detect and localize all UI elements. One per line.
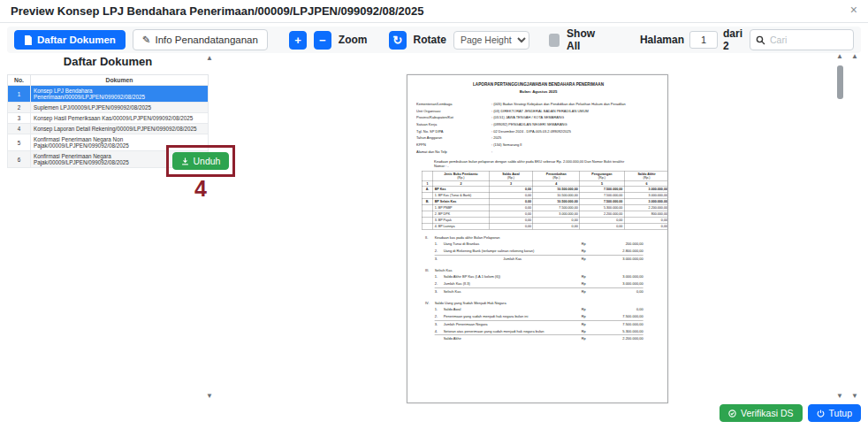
row-label: 1. BP PNBP <box>433 204 489 211</box>
close-icon[interactable]: × <box>850 4 857 16</box>
rotate-button[interactable]: ↻ <box>389 31 407 50</box>
modal-header: Preview Konsep LPJ Bendahara Penerimaan/… <box>0 0 868 23</box>
scrollbar-thumb[interactable] <box>837 65 843 99</box>
item-number: 3. <box>435 320 444 327</box>
page-fit-select[interactable]: Page Height <box>453 31 529 50</box>
row-number[interactable]: 3 <box>8 113 31 124</box>
item-label: Uang di Rekening Bank (terlampir salinan… <box>444 248 582 255</box>
row-number[interactable]: 2 <box>8 103 31 113</box>
item-currency: Rp <box>582 273 599 280</box>
info-penandatanganan-button[interactable]: ✎ Info Penandatanganan <box>133 29 268 50</box>
saldo-akhir-value: 2.200.000,00 <box>624 204 668 211</box>
row-number[interactable]: 6 <box>8 151 31 168</box>
report-info-row: Tgl. No. SP DIPA : 02 Desember 2024 . DI… <box>416 128 660 135</box>
zoom-out-button[interactable]: − <box>314 31 331 50</box>
row-document-name[interactable]: Konsep Laporan Detail Rekening/00009/LPJ… <box>31 124 209 134</box>
preview-scroll-down-icon[interactable]: ▼ <box>836 393 843 400</box>
footer-actions: Verifikasi DS Tutup <box>720 404 861 422</box>
preview-scroll-up-icon[interactable]: ▲ <box>836 53 843 60</box>
row-letter <box>422 223 433 229</box>
penambahan-value: 0,00 <box>533 223 580 229</box>
item-value: 2.800.000,00 <box>599 248 643 255</box>
report-table-row: 1. BP Kas (Tunai & Bank) 0,00 10.500.000… <box>422 192 668 198</box>
sidebar-scroll-up-icon[interactable]: ▲ <box>206 55 213 62</box>
item-label: Selisih Kas <box>444 287 582 295</box>
penambahan-value: 3.000.000,00 <box>533 211 580 217</box>
report-table-row: 2. BP DPK 0,00 3.000.000,00 2.200.000,00… <box>422 211 668 217</box>
toolbar: Daftar Dokumen ✎ Info Penandatanganan + … <box>7 27 861 53</box>
document-list-row[interactable]: 4 Konsep Laporan Detail Rekening/00009/L… <box>8 124 209 134</box>
page-number-input[interactable] <box>689 31 718 49</box>
report-table-header: Penambahan (Rp.) <box>533 171 580 180</box>
saldo-akhir-value: 800.000,00 <box>624 211 668 217</box>
item-value: 3.000.000,00 <box>599 273 643 280</box>
item-label: Jumlah Kas <box>444 255 582 262</box>
section-item: 3. Jumlah Kas Rp 3.000.000,00 <box>435 255 643 262</box>
row-document-name[interactable]: Konsep Hasil Pemeriksaan Kas/00009/LPJPE… <box>31 113 209 124</box>
report-table-header: Jenis Buku Pembantu (Rp.) <box>433 171 489 180</box>
section-item: 2. Uang di Rekening Bank (terlampir sali… <box>435 248 643 255</box>
page-navigation: Halaman dari 2 <box>640 27 742 52</box>
saldo-awal-value: 0,00 <box>489 211 533 217</box>
section-item: 1. Uang Tunai di Brankas Rp 200.000,00 <box>435 241 643 248</box>
section-title: Keadaan kas pada akhir Bulan Pelaporan <box>435 234 500 241</box>
page-total-label: dari 2 <box>723 27 742 52</box>
penambahan-value: 10.500.000,00 <box>533 192 580 198</box>
report-subtitle: Bulan: Agustus 2025 <box>416 89 660 94</box>
tutup-label: Tutup <box>829 408 852 418</box>
search-input[interactable] <box>770 34 848 45</box>
column-header-no: No. <box>8 75 31 86</box>
zoom-in-button[interactable]: + <box>289 31 307 50</box>
info-value: : <box>491 149 660 156</box>
check-circle-icon <box>728 410 736 418</box>
report-info-row: Tahun Anggaran : 2025 <box>416 134 660 142</box>
row-number[interactable]: 1 <box>8 86 31 103</box>
saldo-awal-value: 0,00 <box>489 198 533 204</box>
search-icon <box>756 35 765 45</box>
report-table-row: A. BP Kas 0,00 10.500.000,00 7.500.000,0… <box>422 186 668 192</box>
report-section: IV. Saldo Uang yang Sudah Menjadi Hak Ne… <box>425 300 643 342</box>
section-item: Saldo Akhir Rp 2.200.000,00 <box>435 334 643 341</box>
item-currency: Rp <box>582 241 599 248</box>
item-number: 2. <box>435 248 444 255</box>
show-all-checkbox[interactable] <box>549 34 560 47</box>
pane-scroll-up-icon[interactable]: ▲ <box>851 53 858 60</box>
unduh-button[interactable]: Unduh <box>172 152 230 170</box>
verifikasi-ds-button[interactable]: Verifikasi DS <box>720 404 803 422</box>
row-number[interactable]: 4 <box>8 124 31 134</box>
row-label: 2. BP DPK <box>433 211 489 217</box>
row-number[interactable]: 5 <box>8 134 31 151</box>
row-label: 1. BP Kas (Tunai & Bank) <box>433 192 489 198</box>
section-numeral: II. <box>425 234 435 241</box>
report-title: LAPORAN PERTANGGUNGJAWABAN BENDAHARA PEN… <box>416 81 660 86</box>
info-value: : (03) DIREKTORAT JENDERAL BADAN PERADIL… <box>491 108 660 115</box>
document-list-row[interactable]: 1 Konsep LPJ Bendahara Penerimaan/00009/… <box>8 86 209 103</box>
document-list-row[interactable]: 3 Konsep Hasil Pemeriksaan Kas/00009/LPJ… <box>8 113 209 124</box>
column-header-dokumen: Dokumen <box>31 75 209 86</box>
document-page-content: LAPORAN PERTANGGUNGJAWABAN BENDAHARA PEN… <box>407 75 668 403</box>
daftar-dokumen-button[interactable]: Daftar Dokumen <box>14 30 126 50</box>
pane-scroll-down-icon[interactable]: ▼ <box>851 393 858 400</box>
row-document-name[interactable]: Konsep LPJ Bendahara Penerimaan/00009/LP… <box>31 86 209 103</box>
pengurangan-value: 7.500.000,00 <box>580 186 625 192</box>
report-info-block: Kementerian/Lembaga : (005) Badan Strate… <box>416 101 660 155</box>
report-info-row: Alamat dan No Telp : <box>416 149 660 156</box>
info-label: Provinsi/Kabupaten/Kot <box>416 114 491 121</box>
saldo-awal-value: 0,00 <box>489 204 533 211</box>
item-number: 2. <box>435 280 444 287</box>
sidebar-scroll-down-icon[interactable]: ▼ <box>206 393 213 400</box>
item-value: 7.500.000,00 <box>599 313 643 320</box>
item-currency: Rp <box>582 335 599 342</box>
row-document-name[interactable]: Suplemen LPJ/00009/LPJPEN/099092/08/2025 <box>31 103 209 113</box>
section-item: 3. Jumlah Penerimaan Negara Rp 7.500.000… <box>435 320 643 327</box>
document-list-row[interactable]: 2 Suplemen LPJ/00009/LPJPEN/099092/08/20… <box>8 103 209 113</box>
section-item: 2. Penerimaan yang sudah menjadi hak neg… <box>435 313 643 320</box>
saldo-awal-value: 0,00 <box>489 223 533 229</box>
item-label: Saldo Akhir BP Kas (I.A.1 kolom (6)) <box>444 273 582 280</box>
show-all-label: Show All <box>567 27 603 52</box>
preview-modal: Preview Konsep LPJ Bendahara Penerimaan/… <box>0 0 868 429</box>
report-table-row: 4. BP Lainnya 0,00 0,00 0,00 0,00 <box>422 223 668 229</box>
document-icon <box>24 35 33 45</box>
tutup-button[interactable]: Tutup <box>808 404 861 422</box>
verifikasi-ds-label: Verifikasi DS <box>741 408 794 418</box>
